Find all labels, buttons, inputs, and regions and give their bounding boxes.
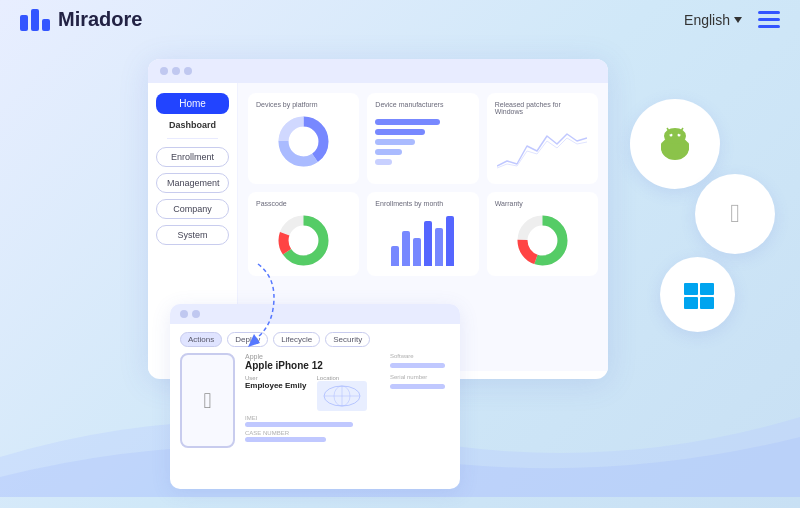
- case-number-label: CASE NUMBER: [245, 430, 380, 436]
- location-map-icon: [317, 381, 367, 411]
- sidebar-item-management[interactable]: Management: [156, 173, 229, 193]
- windows-icon: [676, 273, 720, 317]
- sidebar-item-company[interactable]: Company: [156, 199, 229, 219]
- widget-released-patches: Released patches for Windows: [487, 93, 598, 184]
- detail-rows: IMEI CASE NUMBER: [245, 415, 380, 442]
- titlebar-dots: [160, 67, 192, 75]
- svg-rect-33: [700, 283, 714, 295]
- widget-chart-patches: [495, 121, 590, 176]
- bar-fill-3: [375, 139, 415, 145]
- hamburger-menu-icon[interactable]: [758, 11, 780, 28]
- bar-fill-4: [375, 149, 402, 155]
- column-chart-enrollments: [391, 216, 454, 266]
- donut-chart-passcode: [276, 213, 331, 268]
- main-content: Home Dashboard Enrollment Management Com…: [0, 39, 800, 497]
- mobile-body: Actions Deploy Lifecycle Security  Appl…: [170, 324, 460, 456]
- user-info-block: User Employee Emily: [245, 375, 309, 411]
- widget-chart-enrollments: [375, 213, 470, 268]
- chevron-down-icon: [734, 17, 742, 23]
- mobile-titlebar-dot: [180, 310, 188, 318]
- device-name: Apple iPhone 12: [245, 360, 380, 371]
- imei-bar: [245, 422, 353, 427]
- col-bar-5: [435, 228, 443, 266]
- user-value: Employee Emily: [245, 381, 309, 390]
- svg-rect-22: [668, 152, 673, 159]
- col-bar-6: [446, 216, 454, 266]
- android-circle: [630, 99, 720, 189]
- bar-fill-5: [375, 159, 392, 165]
- filter-row: Actions Deploy Lifecycle Security: [180, 332, 450, 347]
- device-info: Apple Apple iPhone 12 User Employee Emil…: [245, 353, 380, 445]
- logo-bar-2: [31, 9, 39, 31]
- mobile-titlebar: [170, 304, 460, 324]
- titlebar-dot-2: [172, 67, 180, 75]
- widget-title-enrollments: Enrollments by month: [375, 200, 470, 207]
- bar-row-1: [375, 119, 470, 125]
- extra-info-col: Software Serial number: [390, 353, 450, 392]
- case-number-bar: [245, 437, 326, 442]
- logo-text: Miradore: [58, 8, 142, 31]
- windows-circle: [660, 257, 735, 332]
- widget-enrollments: Enrollments by month: [367, 192, 478, 276]
- svg-rect-23: [677, 152, 682, 159]
- window-titlebar: [148, 59, 608, 83]
- svg-text:: : [730, 198, 740, 228]
- device-info-row: User Employee Emily Location: [245, 375, 380, 411]
- widget-title-manufacturers: Device manufacturers: [375, 101, 470, 108]
- svg-point-24: [664, 128, 686, 144]
- titlebar-dot-1: [160, 67, 168, 75]
- widget-passcode: Passcode: [248, 192, 359, 276]
- bar-fill-2: [375, 129, 425, 135]
- svg-rect-34: [684, 297, 698, 309]
- svg-point-31: [676, 273, 720, 317]
- hamburger-line-2: [758, 18, 780, 21]
- device-card:  Apple Apple iPhone 12 User Employee Em…: [180, 353, 450, 448]
- sidebar-item-enrollment[interactable]: Enrollment: [156, 147, 229, 167]
- language-label: English: [684, 12, 730, 28]
- language-selector[interactable]: English: [684, 12, 742, 28]
- widgets-grid: Devices by platform: [248, 93, 598, 276]
- svg-rect-35: [700, 297, 714, 309]
- filter-security[interactable]: Security: [325, 332, 370, 347]
- apple-logo-icon: : [203, 388, 211, 414]
- widget-chart-devices: [256, 114, 351, 169]
- svg-rect-21: [684, 142, 689, 151]
- widget-chart-manufacturers: [375, 114, 470, 169]
- device-phone-image: : [180, 353, 235, 448]
- col-bar-3: [413, 238, 421, 266]
- sidebar-dashboard-label: Dashboard: [169, 120, 216, 130]
- line-chart-patches: [497, 126, 587, 171]
- serial-bar: [390, 384, 445, 389]
- widget-title-patches: Released patches for Windows: [495, 101, 590, 115]
- filter-lifecycle[interactable]: Lifecycle: [273, 332, 320, 347]
- bar-chart-horizontal: [375, 119, 470, 165]
- apple-icon: : [711, 190, 759, 238]
- sidebar-item-system[interactable]: System: [156, 225, 229, 245]
- svg-rect-20: [661, 142, 666, 151]
- svg-point-12: [528, 227, 556, 255]
- filter-actions[interactable]: Actions: [180, 332, 222, 347]
- widget-title-devices: Devices by platform: [256, 101, 351, 108]
- android-icon: [649, 118, 701, 170]
- logo-icon: [20, 9, 50, 31]
- sidebar-divider-1: [167, 138, 218, 139]
- hamburger-line-3: [758, 25, 780, 28]
- header-right: English: [684, 11, 780, 28]
- widget-warranty: Warranty: [487, 192, 598, 276]
- software-label: Software: [390, 353, 450, 359]
- logo-area: Miradore: [20, 8, 142, 31]
- svg-point-4: [290, 128, 318, 156]
- home-button[interactable]: Home: [156, 93, 229, 114]
- bar-row-5: [375, 159, 470, 165]
- bar-row-2: [375, 129, 470, 135]
- mobile-titlebar-dot-2: [192, 310, 200, 318]
- widget-title-passcode: Passcode: [256, 200, 351, 207]
- map-svg: [322, 384, 362, 409]
- widget-devices-by-platform: Devices by platform: [248, 93, 359, 184]
- device-brand-label: Apple: [245, 353, 380, 360]
- filter-deploy[interactable]: Deploy: [227, 332, 268, 347]
- mobile-window: Actions Deploy Lifecycle Security  Appl…: [170, 304, 460, 489]
- logo-bar-1: [20, 15, 28, 31]
- titlebar-dot-3: [184, 67, 192, 75]
- imei-label: IMEI: [245, 415, 380, 421]
